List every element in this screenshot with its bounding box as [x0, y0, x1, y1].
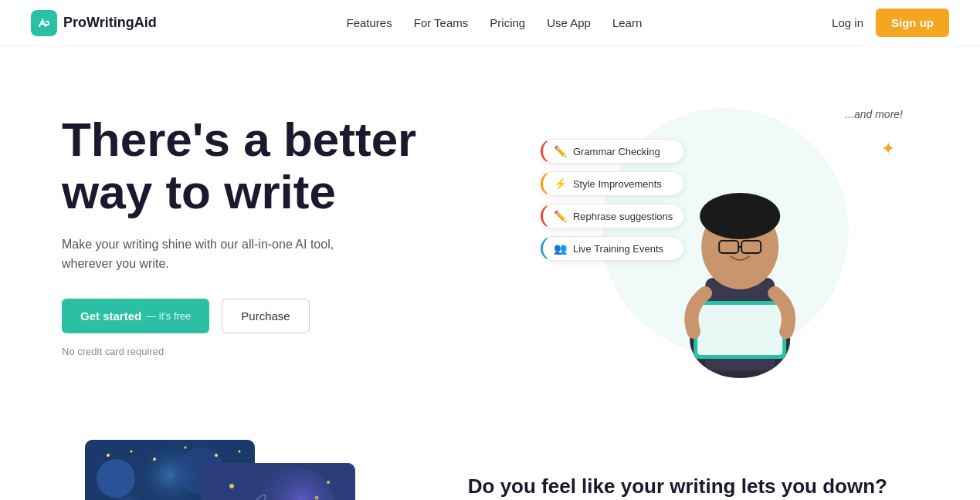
svg-rect-8	[698, 305, 783, 355]
nav-features[interactable]: Features	[347, 16, 392, 29]
chip-training: 👥 Live Training Events	[541, 236, 684, 261]
login-link[interactable]: Log in	[832, 16, 863, 29]
chip-style-label: Style Improvements	[573, 178, 662, 190]
feature-chips: ✏️ Grammar Checking ⚡ Style Improvements…	[541, 139, 684, 261]
svg-point-15	[131, 451, 133, 453]
svg-point-35	[315, 496, 319, 500]
svg-point-3	[700, 193, 781, 239]
chip-training-label: Live Training Events	[573, 243, 663, 255]
chip-rephrase: ✏️ Rephrase suggestions	[541, 204, 684, 228]
and-more-text: ...and more!	[845, 108, 903, 120]
chip-rephrase-label: Rephrase suggestions	[573, 211, 673, 222]
training-icon: 👥	[554, 242, 567, 255]
svg-point-17	[185, 447, 187, 449]
get-started-button[interactable]: Get started — it's free	[62, 299, 209, 333]
hero-section: There's a better way to write Make your …	[0, 46, 980, 409]
svg-point-19	[239, 451, 241, 453]
chip-style: ⚡ Style Improvements	[541, 171, 684, 196]
section2: My idea in my head Do you feel like your…	[0, 409, 980, 500]
svg-point-33	[229, 484, 234, 488]
navbar: ProWritingAid Features For Teams Pricing…	[0, 0, 980, 46]
purchase-button[interactable]: Purchase	[222, 299, 309, 333]
nav-pricing[interactable]: Pricing	[490, 16, 525, 29]
svg-point-34	[327, 481, 330, 484]
hero-subtitle: Make your writing shine with our all-in-…	[62, 235, 340, 274]
grammar-icon: ✏️	[554, 145, 567, 157]
svg-point-14	[107, 454, 110, 457]
card-front: My idea in my head	[201, 463, 355, 500]
logo-text: ProWritingAid	[63, 15, 157, 31]
svg-point-13	[97, 459, 135, 498]
nav-use-app[interactable]: Use App	[547, 16, 591, 29]
hero-title: There's a better way to write	[62, 113, 533, 218]
hero-visual: ✏️ Grammar Checking ⚡ Style Improvements…	[533, 93, 918, 378]
signup-button[interactable]: Sign up	[876, 8, 949, 37]
get-started-label: Get started	[80, 309, 141, 323]
sparkle-icon: ✦	[881, 139, 895, 159]
section2-title: Do you feel like your writing lets you d…	[468, 474, 918, 500]
svg-point-18	[215, 454, 218, 457]
logo-icon	[31, 10, 57, 36]
style-icon: ⚡	[554, 177, 567, 190]
nav-links: Features For Teams Pricing Use App Learn	[347, 16, 643, 30]
nav-for-teams[interactable]: For Teams	[414, 16, 469, 29]
hero-buttons: Get started — it's free Purchase	[62, 299, 533, 333]
logo-link[interactable]: ProWritingAid	[31, 10, 157, 36]
rephrase-icon: ✏️	[554, 210, 567, 222]
no-credit-card-text: No credit card required	[62, 346, 533, 357]
section2-text: Do you feel like your writing lets you d…	[468, 474, 918, 500]
chip-grammar: ✏️ Grammar Checking	[541, 139, 684, 164]
free-label: — it's free	[146, 310, 191, 322]
section2-images: My idea in my head	[62, 440, 422, 500]
svg-point-16	[153, 458, 156, 461]
chip-grammar-label: Grammar Checking	[573, 146, 660, 157]
nav-actions: Log in Sign up	[832, 8, 949, 37]
nav-learn[interactable]: Learn	[612, 16, 642, 29]
hero-text-area: There's a better way to write Make your …	[62, 113, 533, 357]
